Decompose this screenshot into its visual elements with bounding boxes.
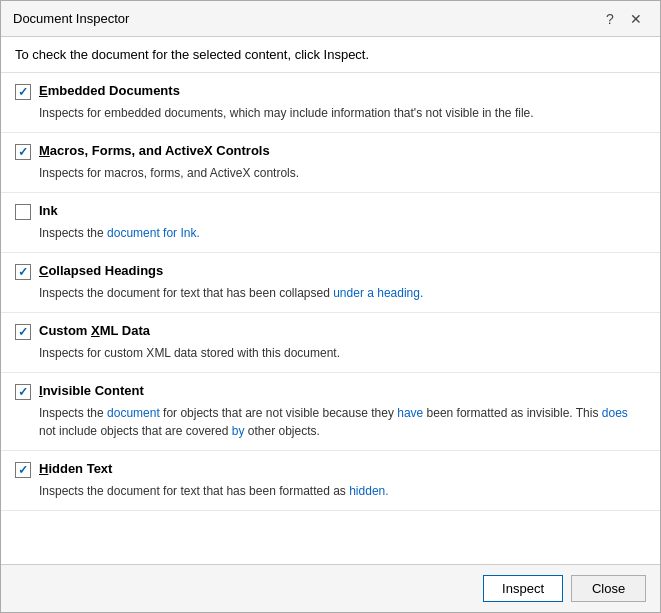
macros-forms-checkbox[interactable]: [15, 144, 31, 160]
hidden-text-link: hidden.: [349, 484, 388, 498]
custom-xml-checkbox[interactable]: [15, 324, 31, 340]
custom-xml-desc: Inspects for custom XML data stored with…: [39, 344, 646, 362]
embedded-docs-desc: Inspects for embedded documents, which m…: [39, 104, 646, 122]
embedded-docs-checkbox[interactable]: [15, 84, 31, 100]
list-item: Ink Inspects the document for Ink.: [1, 193, 660, 253]
invisible-content-title: Invisible Content: [39, 383, 144, 398]
ink-link: document for Ink.: [107, 226, 200, 240]
hidden-text-checkbox[interactable]: [15, 462, 31, 478]
list-item: Custom XML Data Inspects for custom XML …: [1, 313, 660, 373]
invisible-does-link: does: [602, 406, 628, 420]
collapsed-headings-title: Collapsed Headings: [39, 263, 163, 278]
list-item: Collapsed Headings Inspects the document…: [1, 253, 660, 313]
close-dialog-button[interactable]: Close: [571, 575, 646, 602]
custom-xml-title: Custom XML Data: [39, 323, 150, 338]
dialog-footer: Inspect Close: [1, 564, 660, 612]
content-area: Embedded Documents Inspects for embedded…: [1, 73, 660, 564]
list-item: Macros, Forms, and ActiveX Controls Insp…: [1, 133, 660, 193]
collapsed-headings-checkbox[interactable]: [15, 264, 31, 280]
ink-title: Ink: [39, 203, 58, 218]
invisible-content-desc: Inspects the document for objects that a…: [39, 404, 646, 440]
item-header: Hidden Text: [15, 461, 646, 478]
item-header: Embedded Documents: [15, 83, 646, 100]
item-header: Custom XML Data: [15, 323, 646, 340]
ink-checkbox[interactable]: [15, 204, 31, 220]
invisible-content-checkbox[interactable]: [15, 384, 31, 400]
items-list: Embedded Documents Inspects for embedded…: [1, 73, 660, 564]
inspect-button[interactable]: Inspect: [483, 575, 563, 602]
title-bar-right: ? ✕: [598, 7, 648, 31]
macros-forms-title: Macros, Forms, and ActiveX Controls: [39, 143, 270, 158]
macros-forms-desc: Inspects for macros, forms, and ActiveX …: [39, 164, 646, 182]
help-button[interactable]: ?: [598, 7, 622, 31]
dialog-title: Document Inspector: [13, 11, 129, 26]
dialog-subtitle: To check the document for the selected c…: [1, 37, 660, 73]
item-header: Collapsed Headings: [15, 263, 646, 280]
item-header: Ink: [15, 203, 646, 220]
invisible-by-link: by: [232, 424, 245, 438]
item-header: Invisible Content: [15, 383, 646, 400]
hidden-text-title: Hidden Text: [39, 461, 112, 476]
item-header: Macros, Forms, and ActiveX Controls: [15, 143, 646, 160]
document-inspector-dialog: Document Inspector ? ✕ To check the docu…: [0, 0, 661, 613]
embedded-docs-title: Embedded Documents: [39, 83, 180, 98]
collapsed-headings-link: under a heading.: [333, 286, 423, 300]
invisible-doc-link: document: [107, 406, 160, 420]
invisible-have-link: have: [397, 406, 423, 420]
list-item: Embedded Documents Inspects for embedded…: [1, 73, 660, 133]
ink-desc: Inspects the document for Ink.: [39, 224, 646, 242]
title-bar-left: Document Inspector: [13, 11, 129, 26]
collapsed-headings-desc: Inspects the document for text that has …: [39, 284, 646, 302]
hidden-text-desc: Inspects the document for text that has …: [39, 482, 646, 500]
title-bar: Document Inspector ? ✕: [1, 1, 660, 37]
list-item: Invisible Content Inspects the document …: [1, 373, 660, 451]
list-item: Hidden Text Inspects the document for te…: [1, 451, 660, 511]
close-button[interactable]: ✕: [624, 7, 648, 31]
